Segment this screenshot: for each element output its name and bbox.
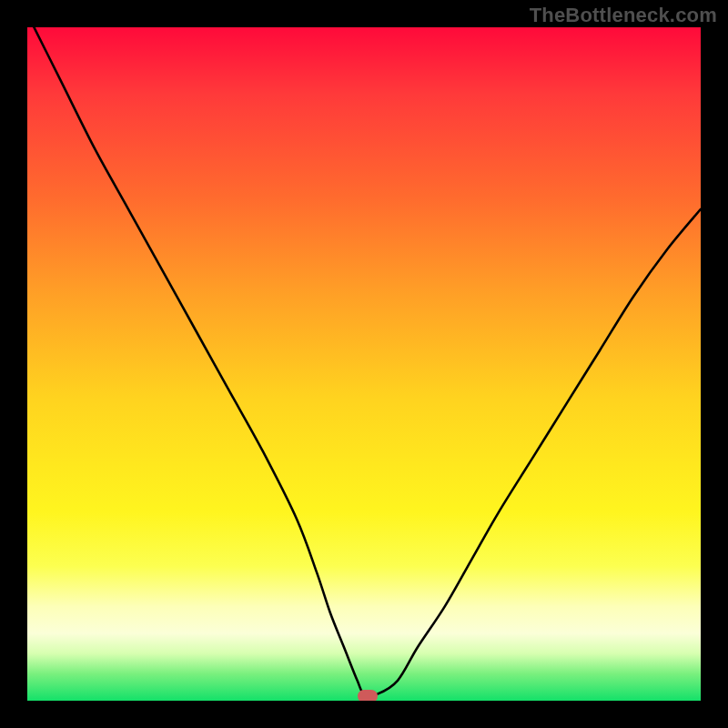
plot-area [27,27,701,701]
bottleneck-curve [27,27,701,695]
min-marker [358,690,378,701]
chart-frame: TheBottleneck.com [0,0,728,728]
curve-svg [27,27,701,701]
watermark-text: TheBottleneck.com [530,4,717,27]
